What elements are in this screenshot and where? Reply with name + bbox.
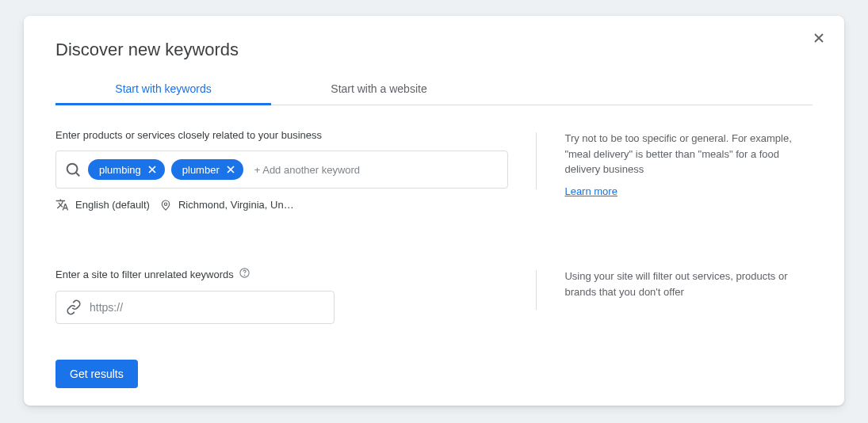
add-keyword-placeholder: + Add another keyword [250, 164, 360, 176]
get-results-button[interactable]: Get results [55, 360, 138, 388]
search-icon [64, 161, 82, 178]
language-selector[interactable]: English (default) [75, 199, 150, 211]
keyword-input-label: Enter products or services closely relat… [55, 129, 508, 141]
close-icon [146, 163, 159, 176]
locale-row: English (default) Richmond, Virginia, Un… [55, 198, 508, 212]
close-button[interactable] [811, 30, 827, 49]
keyword-chip[interactable]: plumbing [88, 159, 165, 180]
site-input-label-text: Enter a site to filter unrelated keyword… [55, 269, 234, 280]
vertical-divider [536, 132, 537, 189]
help-icon [239, 267, 250, 279]
page-title: Discover new keywords [55, 40, 813, 60]
chip-remove[interactable] [224, 163, 237, 176]
vertical-divider [536, 270, 537, 310]
translate-icon [55, 198, 69, 212]
svg-point-0 [67, 164, 78, 174]
site-placeholder: https:// [90, 301, 123, 314]
keyword-hint: Try not to be too specific or general. F… [564, 131, 813, 177]
location-pin-icon [159, 199, 172, 212]
site-input-label: Enter a site to filter unrelated keyword… [55, 267, 508, 281]
chip-label: plumbing [99, 164, 141, 176]
tab-website[interactable]: Start with a website [271, 74, 487, 105]
help-button[interactable] [239, 267, 250, 281]
close-icon [811, 30, 827, 46]
site-input[interactable]: https:// [55, 291, 335, 324]
svg-point-3 [244, 275, 245, 276]
chip-remove[interactable] [146, 163, 159, 176]
chip-label: plumber [182, 164, 220, 176]
tab-keywords[interactable]: Start with keywords [55, 74, 271, 105]
close-icon [224, 163, 237, 176]
keyword-chip[interactable]: plumber [171, 159, 243, 180]
learn-more-link[interactable]: Learn more [564, 185, 617, 197]
tabs: Start with keywords Start with a website [55, 74, 813, 105]
site-filter-section: Enter a site to filter unrelated keyword… [55, 267, 813, 324]
location-selector[interactable]: Richmond, Virginia, Un… [178, 199, 294, 211]
keyword-section: Enter products or services closely relat… [55, 129, 813, 212]
site-hint: Using your site will filter out services… [564, 269, 813, 299]
link-icon [66, 299, 82, 315]
keyword-input[interactable]: plumbing plumber + Add another keyword [55, 151, 508, 189]
keyword-planner-card: Discover new keywords Start with keyword… [24, 16, 844, 406]
svg-point-1 [164, 203, 166, 205]
